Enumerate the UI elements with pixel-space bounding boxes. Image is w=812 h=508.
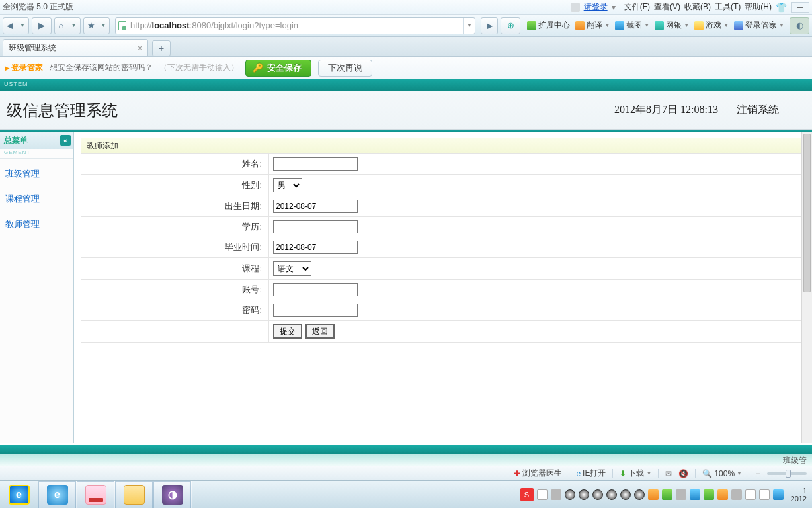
tray-network-icon[interactable] (759, 489, 770, 500)
tray-icon[interactable] (731, 489, 742, 500)
later-button[interactable]: 下次再说 (318, 60, 372, 77)
zoom-label[interactable]: 🔍100%▼ (702, 469, 742, 478)
course-select[interactable]: 语文 (273, 261, 311, 276)
menu-tools[interactable]: 工具(T) (715, 1, 741, 13)
tab-close-icon[interactable]: × (138, 44, 142, 53)
ie-open[interactable]: eIE打开 (576, 468, 606, 479)
gradtime-label: 毕业时间: (81, 237, 269, 258)
new-tab-button[interactable]: + (152, 40, 171, 56)
logout-link[interactable]: 注销系统 (737, 103, 779, 117)
taskbar-app-folder1[interactable] (77, 481, 115, 509)
go-button[interactable]: ▶ (481, 17, 498, 34)
password-label: 密码: (81, 300, 269, 321)
games-button[interactable]: 游戏▼ (694, 20, 729, 31)
birth-input[interactable] (273, 200, 358, 213)
status-icon-1[interactable]: ✉ (665, 469, 672, 478)
tray-icon[interactable] (773, 489, 784, 500)
taskbar-app-folder2[interactable] (115, 481, 153, 509)
taskbar-clock[interactable]: 1 2012 (787, 487, 807, 503)
extend-center[interactable]: 扩展中心 (527, 20, 570, 31)
translate-button[interactable]: 翻译▼ (575, 20, 610, 31)
loginmgr-button[interactable]: 登录管家▼ (734, 20, 784, 31)
back-button[interactable]: 返回 (305, 324, 335, 339)
menu-help[interactable]: 帮助(H) (745, 1, 772, 13)
tray-icon[interactable] (704, 489, 714, 500)
forward-button[interactable]: ▶ (32, 17, 52, 34)
tray-qq-icon[interactable] (579, 489, 589, 500)
page-footer: 班级管 (0, 444, 812, 466)
zoom-out[interactable]: − (756, 469, 760, 478)
download-button[interactable]: ⬇下载▼ (620, 468, 651, 479)
sidebar: 总菜单 « GEMENT 班级管理 课程管理 教师管理 (0, 132, 74, 443)
account-label: 账号: (81, 280, 269, 300)
gradtime-input[interactable] (273, 241, 358, 254)
tab-0[interactable]: 班级管理系统 × (3, 39, 148, 56)
browser-statusbar: ✚浏览器医生 eIE打开 ⬇下载▼ ✉ 🔇 🔍100%▼ − (0, 466, 812, 480)
tray-icon[interactable] (648, 489, 659, 500)
content-scrollbar[interactable] (801, 132, 812, 443)
zoom-slider[interactable] (767, 472, 807, 475)
extra-button[interactable]: ◐ (790, 17, 809, 34)
taskbar-app-eclipse[interactable]: ◑ (153, 481, 192, 509)
back-button[interactable]: ◀▼ (3, 17, 29, 34)
menu-file[interactable]: 文件(F) (624, 1, 650, 13)
page-title: 级信息管理系统 (7, 100, 118, 121)
home-button[interactable]: ⌂▼ (54, 17, 81, 34)
site-icon (116, 21, 129, 30)
mute-icon[interactable]: 🔇 (678, 469, 688, 478)
screenshot-button[interactable]: 截图▼ (615, 20, 649, 31)
footer-text: 班级管 (783, 456, 807, 465)
menu-fav[interactable]: 收藏(B) (684, 1, 711, 13)
content-panel: 教师添加 姓名: 性别: 男 出生日期: 学历: 毕业时间: (74, 132, 812, 443)
skin-icon[interactable]: 👕 (776, 2, 787, 13)
tray-qq-icon[interactable] (634, 489, 645, 500)
panel-title: 教师添加 (81, 138, 805, 153)
password-save-bar: ▸登录管家 想安全保存该网站的密码吗？ （下次无需手动输入） 🔑安全保存 下次再… (0, 57, 812, 79)
user-icon (571, 3, 580, 12)
netbank-button[interactable]: 网银▼ (655, 20, 689, 31)
windows-taskbar: e e ◑ S 1 2012 (0, 480, 812, 508)
sidebar-toggle-icon[interactable]: « (60, 135, 71, 146)
tray-qq-icon[interactable] (606, 489, 617, 500)
compat-button[interactable]: ⊕ (501, 17, 520, 34)
save-password-button[interactable]: 🔑安全保存 (245, 60, 311, 77)
tab-label: 班级管理系统 (9, 42, 56, 54)
gender-select[interactable]: 男 (273, 178, 302, 192)
pwbar-lead: ▸登录管家 (5, 62, 43, 73)
tray-icon[interactable] (717, 489, 728, 500)
taskbar-app-ie[interactable]: e (0, 481, 38, 509)
submit-button[interactable]: 提交 (273, 324, 302, 339)
account-input[interactable] (273, 283, 358, 296)
taskbar-app-browser[interactable]: e (38, 481, 77, 509)
url-text: http://localhost:8080/bjglxt/login?type=… (129, 21, 463, 30)
tray-qq-icon[interactable] (620, 489, 631, 500)
address-bar[interactable]: http://localhost:8080/bjglxt/login?type=… (115, 17, 475, 34)
browser-nav-toolbar: ◀▼ ▶ ⌂▼ ★▼ http://localhost:8080/bjglxt/… (0, 15, 812, 37)
gender-label: 性别: (81, 175, 269, 196)
password-input[interactable] (273, 304, 358, 317)
minimize-button[interactable]: — (791, 2, 809, 13)
browser-titlebar: 全浏览器 5.0 正式版 请登录 ▾ 文件(F) 查看(V) 收藏(B) 工具(… (0, 0, 812, 15)
tray-icon[interactable] (662, 489, 672, 500)
login-link[interactable]: 请登录 (584, 1, 608, 13)
key-icon: 🔑 (253, 63, 263, 73)
menu-view[interactable]: 查看(V) (654, 1, 680, 13)
browser-doctor[interactable]: ✚浏览器医生 (514, 468, 562, 479)
tab-strip: 班级管理系统 × + (0, 37, 812, 57)
lang-indicator[interactable]: S (520, 488, 534, 501)
tray-qq-icon[interactable] (565, 489, 575, 500)
system-band: USTEM (0, 79, 812, 91)
tray-qq-icon[interactable] (592, 489, 603, 500)
tray-icon[interactable] (537, 489, 548, 500)
tray-icon[interactable] (551, 489, 561, 500)
tray-icon[interactable] (676, 489, 686, 500)
sidebar-item-class[interactable]: 班级管理 (5, 168, 68, 180)
name-input[interactable] (273, 157, 358, 171)
edu-input[interactable] (273, 220, 358, 233)
tray-volume-icon[interactable] (745, 489, 756, 500)
sidebar-item-teacher[interactable]: 教师管理 (5, 218, 68, 230)
tray-shield-icon[interactable] (690, 489, 700, 500)
url-dropdown[interactable]: ▼ (463, 18, 475, 34)
sidebar-item-course[interactable]: 课程管理 (5, 193, 68, 205)
favorites-button[interactable]: ★▼ (83, 17, 110, 34)
